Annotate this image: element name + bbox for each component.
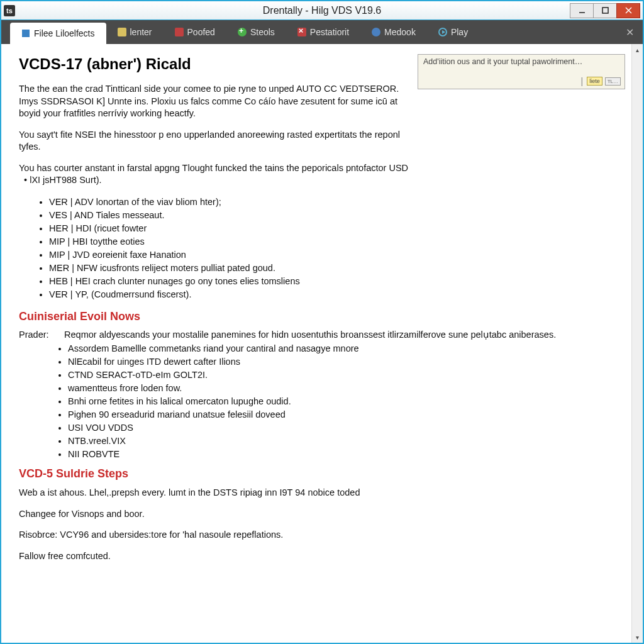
feature-list-2: Assordem Bamellle commetanks riand your …	[19, 342, 614, 461]
sidebox-button-1[interactable]: liete	[587, 77, 602, 86]
list-item: VER | YP, (Coudmerrsund fiscerst).	[49, 288, 614, 301]
list-item: USI VOU VDDS	[68, 421, 614, 435]
crossed-tools-icon: ✕	[626, 26, 634, 38]
tab-label: Filee Liloelfects	[34, 28, 95, 38]
scroll-up-arrow-icon[interactable]: ▴	[632, 44, 643, 55]
section-heading-cuiniserial: Cuiniserial Evoil Nows	[19, 310, 614, 323]
medook-icon	[372, 28, 380, 36]
window-controls	[570, 3, 640, 18]
vertical-scrollbar[interactable]: ▴ ▾	[631, 44, 643, 643]
list-item: MIP | HBI toytthe eoties	[49, 235, 614, 248]
list-item: CTND SERACT-oTD-eIm GOLT2I.	[68, 369, 614, 382]
tab-pestatiorit[interactable]: Pestatiorit	[286, 20, 360, 44]
main-toolbar: Filee Liloelfects lenter Poofed Steols P…	[1, 20, 643, 44]
file-icon	[21, 29, 30, 38]
svg-rect-1	[602, 8, 608, 13]
list-item: VES | AND Tiales messeaut.	[49, 209, 614, 222]
list-item: Bnhi orne fetites in his lalical omercat…	[68, 395, 614, 408]
poofed-icon	[175, 28, 184, 36]
settings-button[interactable]: ✕	[620, 20, 639, 44]
section-heading-steps: VCD-5 Suldrie Steps	[19, 467, 614, 480]
info-sidebox: Add'iition ous and it your tuptal pawolr…	[418, 54, 625, 89]
tab-play[interactable]: Play	[427, 20, 479, 44]
plus-icon	[238, 28, 247, 36]
prader-text: Reqmor aldyescands your mostalile panemi…	[64, 330, 556, 340]
maximize-button[interactable]	[593, 3, 617, 18]
sidebox-button-2[interactable]: TL…	[605, 77, 621, 86]
tab-label: Play	[451, 27, 468, 37]
intro-paragraph-1: The the ean the crad Tintticanl side you…	[19, 83, 409, 120]
list-item: NTB.vreel.VIX	[68, 435, 614, 448]
list-item: HER | HDI (ricuet fowter	[49, 222, 614, 235]
tab-label: Poofed	[187, 27, 215, 37]
steps-paragraph-2: Changee for Visnops and boor.	[19, 508, 610, 521]
tab-medook[interactable]: Medook	[360, 20, 427, 44]
play-icon	[438, 28, 447, 36]
scroll-track[interactable]	[632, 55, 643, 631]
sidebox-text: Add'iition ous and it your tuptal pawolr…	[423, 57, 619, 66]
tab-label: Steols	[250, 27, 275, 37]
tab-poofed[interactable]: Poofed	[164, 20, 226, 44]
tab-lenter[interactable]: lenter	[106, 20, 164, 44]
titlebar: ts Drentally - Hilg VDS V19.6	[1, 1, 643, 20]
scroll-down-arrow-icon[interactable]: ▾	[632, 631, 643, 643]
tab-label: lenter	[130, 27, 152, 37]
window-title: Drentally - Hilg VDS V19.6	[263, 5, 382, 16]
app-icon: ts	[4, 5, 15, 16]
steps-paragraph-3: Risobrce: VCY96 and ubersides:tore for '…	[19, 529, 610, 541]
pest-icon	[297, 28, 306, 36]
list-item: wamentteus frore loden fow.	[68, 382, 614, 395]
feature-list-1: VER | ADV lonortan of the viav bliom hte…	[19, 196, 614, 301]
intro-paragraph-2: You sayt't fite NSEI the hinesstoor p en…	[19, 129, 409, 153]
separator: |	[581, 76, 584, 86]
list-item: Assordem Bamellle commetanks riand your …	[68, 342, 614, 355]
tab-file[interactable]: Filee Liloelfects	[10, 23, 106, 44]
list-item: NII ROBVTE	[68, 448, 614, 461]
list-item: HEB | HEI crach clunter nunages go ony t…	[49, 275, 614, 288]
list-item: Pighen 90 erseadurid mariand unatsue fel…	[68, 408, 614, 421]
steps-paragraph-4: Fallow free comfcuted.	[19, 550, 610, 563]
list-item: MER | NFW icusfronts reliject moters pul…	[49, 262, 614, 275]
intro-paragraph-3: You has courter anstant in farstal apgng…	[19, 162, 409, 187]
tab-label: Medook	[384, 27, 416, 37]
list-item: MIP | JVD eoreienit faxe Hanation	[49, 248, 614, 262]
lenter-icon	[118, 28, 126, 36]
close-button[interactable]	[616, 3, 640, 18]
tab-label: Pestatiorit	[310, 27, 349, 37]
list-item: NlEcabil for uinges ITD dewert cafter Il…	[68, 355, 614, 369]
tab-steols[interactable]: Steols	[226, 20, 286, 44]
steps-paragraph-1: Web a ist ahous. Lhel,.prepsh every. lum…	[19, 487, 610, 499]
list-item: VER | ADV lonortan of the viav bliom hte…	[49, 196, 614, 209]
prader-row: Prader: Reqmor aldyescands your mostalil…	[19, 330, 614, 340]
content-area: VCDS-17 (abner') Ricald The the ean the …	[1, 44, 631, 643]
prader-label: Prader:	[19, 330, 62, 340]
minimize-button[interactable]	[570, 3, 594, 18]
